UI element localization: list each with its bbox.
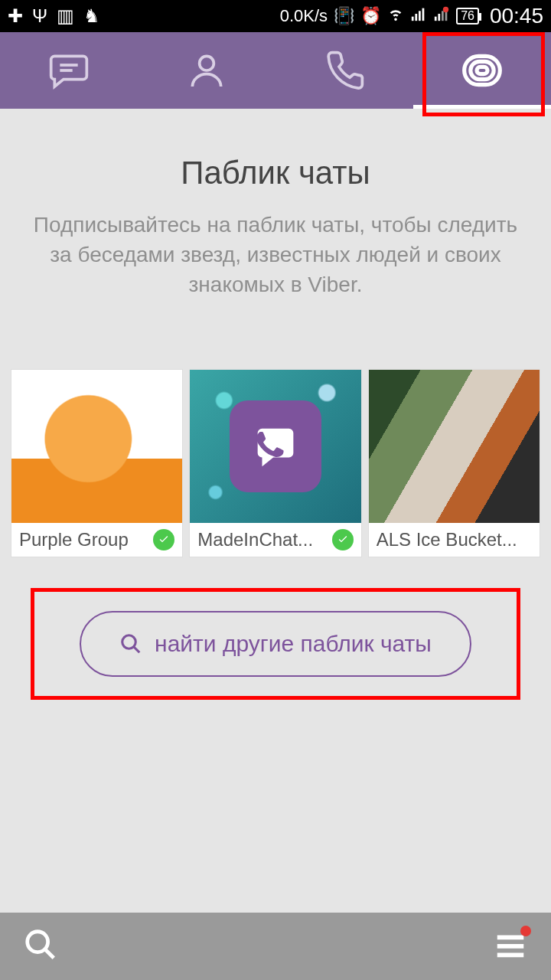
barcode-icon: ▥: [57, 5, 74, 27]
tab-calls[interactable]: [276, 32, 413, 109]
viber-logo-icon: [230, 400, 321, 492]
tab-chats[interactable]: [0, 32, 138, 109]
wifi-icon: [387, 5, 404, 27]
svg-rect-2: [419, 11, 421, 21]
public-chat-card[interactable]: MadeInChat...: [189, 369, 361, 557]
public-chat-card[interactable]: Purple Group: [11, 369, 183, 557]
plus-icon: ✚: [8, 5, 23, 27]
horse-icon: ♞: [83, 5, 100, 27]
search-icon[interactable]: [23, 927, 58, 965]
page-content: Паблик чаты Подписывайтесь на паблик чат…: [0, 109, 551, 913]
svg-point-8: [443, 7, 448, 12]
svg-rect-6: [442, 11, 444, 21]
verified-icon: [153, 529, 174, 550]
verified-icon: [332, 529, 354, 550]
signal2-icon: [433, 5, 450, 27]
svg-rect-5: [439, 14, 441, 21]
menu-icon[interactable]: [493, 927, 528, 965]
notification-dot: [520, 926, 531, 936]
annotation-highlight-search: [31, 588, 520, 700]
page-title: Паблик чаты: [0, 155, 551, 191]
usb-icon: Ψ: [32, 5, 47, 27]
svg-rect-0: [412, 17, 414, 21]
card-thumbnail: [369, 370, 540, 523]
status-bar: ✚ Ψ ▥ ♞ 0.0K/s 📳 ⏰ 76 00:45: [0, 0, 551, 32]
vibrate-icon: 📳: [334, 6, 354, 26]
battery-icon: 76: [456, 8, 479, 24]
svg-point-17: [28, 932, 48, 952]
search-section: найти другие паблик чаты: [0, 611, 551, 677]
card-thumbnail: [11, 370, 182, 523]
clock: 00:45: [490, 4, 543, 28]
svg-line-18: [45, 949, 54, 959]
card-title: MadeInChat...: [197, 529, 327, 550]
page-subtitle: Подписывайтесь на паблик чаты, чтобы сле…: [0, 210, 551, 300]
tab-contacts[interactable]: [138, 32, 276, 109]
svg-rect-3: [422, 8, 425, 21]
net-speed: 0.0K/s: [280, 6, 328, 26]
annotation-highlight-tab: [422, 32, 545, 116]
signal-icon: [410, 5, 427, 27]
public-chat-cards: Purple Group MadeInChat... ALS Ice Bucke…: [0, 369, 551, 557]
public-chat-card[interactable]: ALS Ice Bucket...: [368, 369, 540, 557]
svg-point-11: [200, 56, 214, 70]
svg-rect-1: [416, 14, 418, 21]
alarm-icon: ⏰: [360, 6, 381, 26]
bottom-bar: [0, 913, 551, 980]
card-title: ALS Ice Bucket...: [377, 529, 532, 550]
card-thumbnail: [190, 370, 360, 523]
svg-rect-4: [435, 17, 437, 21]
card-title: Purple Group: [19, 529, 148, 550]
